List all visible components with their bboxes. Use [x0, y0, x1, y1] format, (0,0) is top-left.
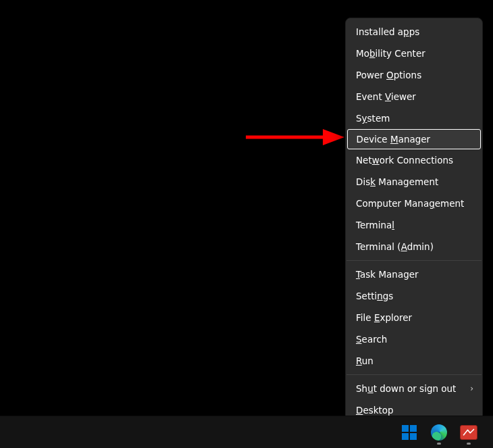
menu-item-label: Installed apps — [356, 26, 419, 37]
menu-item-label: File Explorer — [356, 312, 412, 323]
menu-item-label: Mobility Center — [356, 48, 425, 59]
menu-item-terminal[interactable]: Terminal — [346, 214, 482, 236]
menu-item-label: Disk Management — [356, 176, 438, 187]
menu-item-label: System — [356, 113, 390, 124]
menu-item-label: Network Connections — [356, 155, 453, 166]
menu-separator — [346, 260, 482, 261]
menu-item-event-viewer[interactable]: Event Viewer — [346, 86, 482, 107]
windows-logo-icon — [402, 425, 417, 440]
menu-item-label: Terminal (Admin) — [356, 241, 434, 252]
red-app-icon — [460, 425, 477, 440]
menu-item-settings[interactable]: Settings — [346, 285, 482, 307]
chevron-right-icon: › — [470, 384, 473, 393]
menu-item-label: Search — [356, 334, 387, 345]
menu-item-label: Run — [356, 355, 373, 366]
menu-item-search[interactable]: Search — [346, 328, 482, 350]
menu-item-device-manager[interactable]: Device Manager — [347, 129, 481, 149]
menu-item-label: Event Viewer — [356, 91, 416, 102]
menu-item-system[interactable]: System — [346, 107, 482, 129]
menu-item-label: Device Manager — [357, 134, 431, 145]
menu-item-power-options[interactable]: Power Options — [346, 64, 482, 86]
menu-item-label: Power Options — [356, 70, 421, 80]
menu-item-mobility-center[interactable]: Mobility Center — [346, 43, 482, 64]
menu-separator — [346, 374, 482, 375]
taskbar-app-edge[interactable] — [427, 420, 451, 445]
menu-item-terminal-admin[interactable]: Terminal (Admin) — [346, 236, 482, 257]
running-indicator — [467, 443, 471, 445]
menu-item-label: Desktop — [356, 405, 394, 416]
menu-item-disk-management[interactable]: Disk Management — [346, 171, 482, 193]
menu-item-shut-down-or-sign-out[interactable]: Shut down or sign out› — [346, 378, 482, 399]
start-button[interactable] — [397, 420, 421, 445]
menu-item-label: Shut down or sign out — [356, 383, 456, 394]
menu-item-label: Settings — [356, 291, 393, 301]
menu-item-network-connections[interactable]: Network Connections — [346, 149, 482, 171]
menu-item-file-explorer[interactable]: File Explorer — [346, 307, 482, 328]
menu-item-installed-apps[interactable]: Installed apps — [346, 21, 482, 43]
menu-item-computer-management[interactable]: Computer Management — [346, 193, 482, 214]
menu-item-run[interactable]: Run — [346, 350, 482, 372]
winx-menu: Installed appsMobility CenterPower Optio… — [345, 18, 483, 424]
taskbar — [0, 416, 493, 448]
menu-item-task-manager[interactable]: Task Manager — [346, 264, 482, 285]
running-indicator — [437, 443, 441, 445]
edge-icon — [431, 424, 447, 441]
menu-item-label: Task Manager — [356, 269, 419, 280]
menu-item-label: Computer Management — [356, 198, 464, 209]
taskbar-app-3[interactable] — [457, 420, 481, 445]
menu-item-label: Terminal — [356, 220, 394, 230]
